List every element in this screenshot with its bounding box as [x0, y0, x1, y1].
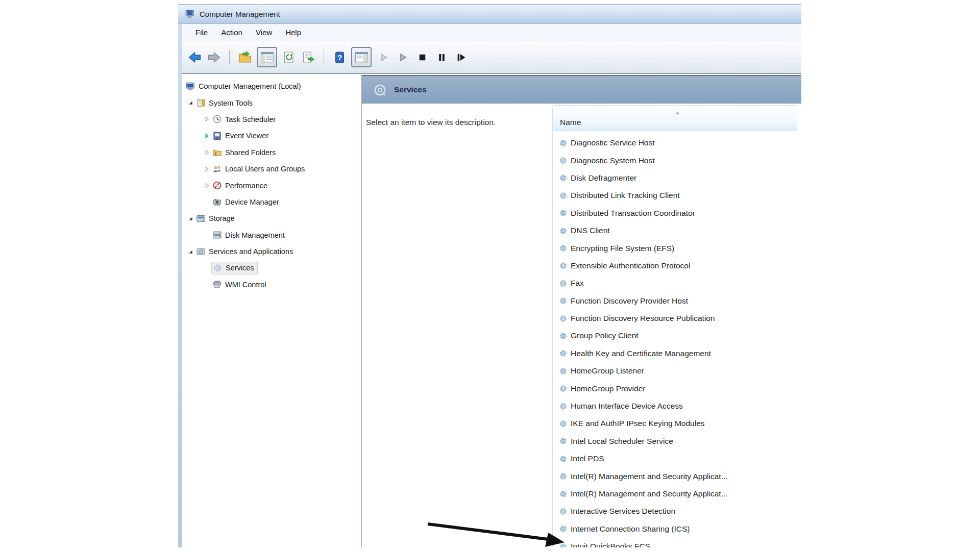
gear-icon [558, 244, 568, 253]
services-apps-icon [196, 247, 206, 257]
service-row-intel-pds[interactable]: Intel PDS [553, 450, 797, 467]
service-row-ike-and-authip-ipsec-keying-modules[interactable]: IKE and AuthIP IPsec Keying Modules [553, 415, 797, 432]
services-pane: Services Select an item to view its desc… [362, 75, 801, 547]
collapsed-arrow-icon[interactable] [202, 165, 211, 173]
service-row-human-interface-device-access[interactable]: Human Interface Device Access [553, 397, 797, 415]
stop-service-icon [417, 52, 428, 63]
tree-item-label: Services [226, 264, 254, 272]
collapsed-arrow-icon[interactable] [202, 115, 211, 123]
service-row-function-discovery-provider-host[interactable]: Function Discovery Provider Host [553, 292, 797, 310]
tree-item-body: WMI Control [211, 279, 270, 290]
restart-service-button[interactable] [453, 48, 469, 66]
service-row-intel-local-scheduler-service[interactable]: Intel Local Scheduler Service [553, 433, 797, 450]
export-button[interactable] [237, 48, 253, 66]
service-row-distributed-transaction-coordinator[interactable]: Distributed Transaction Coordinator [553, 205, 797, 222]
window-title: Computer Management [200, 10, 280, 18]
pane-splitter[interactable] [356, 75, 362, 547]
tree-item-disk-management[interactable]: Disk Management [182, 227, 356, 243]
menu-help[interactable]: Help [279, 26, 308, 39]
menu-action[interactable]: Action [214, 26, 249, 39]
tree-item-shared-folders[interactable]: Shared Folders [182, 144, 356, 161]
tree-item-performance[interactable]: Performance [182, 177, 356, 193]
expanded-arrow-icon[interactable] [186, 247, 195, 256]
menu-file[interactable]: File [189, 26, 214, 39]
service-row-health-key-and-certificate-management[interactable]: Health Key and Certificate Management [553, 345, 797, 362]
stop-service-button[interactable] [414, 48, 430, 66]
start-service-icon [378, 52, 389, 63]
tree-item-label: Services and Applications [209, 247, 293, 256]
arrow-spacer [202, 231, 211, 239]
tree-item-task-scheduler[interactable]: Task Scheduler [182, 111, 356, 128]
expanded-arrow-icon[interactable] [186, 99, 195, 107]
service-row-intuit-quickbooks-fcs[interactable]: Intuit QuickBooks FCS [553, 538, 797, 547]
tree-item-body: Disk Management [211, 229, 288, 241]
expanded-arrow-icon[interactable] [186, 214, 195, 222]
tree-item-local-users-and-groups[interactable]: Local Users and Groups [182, 161, 356, 177]
gear-icon [558, 314, 568, 323]
action-pane-button[interactable] [351, 47, 372, 67]
gear-icon [558, 366, 568, 375]
tree-item-services[interactable]: Services [182, 260, 356, 276]
export-list-button[interactable] [301, 48, 316, 66]
service-row-intel-r-management-and-security-applicat[interactable]: Intel(R) Management and Security Applica… [553, 467, 797, 485]
tree-item-event-viewer[interactable]: Event Viewer [182, 128, 356, 144]
menu-view[interactable]: View [249, 26, 279, 39]
toolbar-separator [229, 50, 230, 64]
action-pane-icon [355, 51, 369, 63]
collapsed-arrow-icon[interactable] [202, 132, 211, 140]
refresh-button[interactable] [281, 48, 297, 66]
name-column-header[interactable]: Name [553, 106, 797, 131]
tree-item-body: Performance [211, 180, 271, 191]
gear-icon [558, 507, 568, 516]
service-row-interactive-services-detection[interactable]: Interactive Services Detection [553, 503, 797, 520]
service-row-internet-connection-sharing-ics[interactable]: Internet Connection Sharing (ICS) [553, 520, 797, 538]
event-viewer-icon [212, 131, 222, 141]
service-row-extensible-authentication-protocol[interactable]: Extensible Authentication Protocol [553, 257, 797, 274]
tree-item-label: Performance [225, 182, 267, 190]
service-row-group-policy-client[interactable]: Group Policy Client [553, 327, 797, 344]
tree-item-wmi-control[interactable]: WMI Control [182, 277, 356, 293]
service-name: Intuit QuickBooks FCS [571, 542, 650, 547]
collapsed-arrow-icon[interactable] [202, 182, 211, 190]
console-tree-button[interactable] [257, 47, 277, 67]
toolbar-separator [324, 50, 324, 64]
service-row-disk-defragmenter[interactable]: Disk Defragmenter [553, 169, 797, 187]
tree-item-computer-management-local[interactable]: Computer Management (Local) [182, 78, 356, 94]
service-row-dns-client[interactable]: DNS Client [553, 222, 797, 239]
service-row-fax[interactable]: Fax [553, 274, 797, 292]
resume-service-button[interactable] [395, 48, 410, 66]
back-button[interactable] [187, 48, 202, 66]
service-name: Diagnostic Service Host [571, 138, 655, 147]
gear-icon [558, 226, 568, 235]
tree-item-body: Device Manager [211, 196, 282, 208]
service-row-diagnostic-system-host[interactable]: Diagnostic System Host [553, 152, 797, 169]
column-header-label: Name [560, 118, 581, 127]
tree-item-body: Services [211, 262, 258, 274]
wmi-control-icon [212, 280, 222, 289]
service-row-homegroup-listener[interactable]: HomeGroup Listener [553, 362, 797, 380]
service-row-intel-r-management-and-security-applicat[interactable]: Intel(R) Management and Security Applica… [553, 485, 797, 503]
service-row-function-discovery-resource-publication[interactable]: Function Discovery Resource Publication [553, 310, 797, 327]
export-list-icon [302, 51, 314, 64]
service-name: Distributed Link Tracking Client [571, 191, 680, 200]
tree-item-device-manager[interactable]: Device Manager [182, 194, 356, 210]
service-name: HomeGroup Listener [571, 366, 644, 375]
gear-icon [558, 384, 568, 393]
forward-button[interactable] [206, 48, 222, 66]
tree-item-storage[interactable]: Storage [182, 210, 356, 227]
restart-service-icon [456, 52, 467, 63]
help-button[interactable]: ? [332, 48, 347, 66]
collapsed-arrow-icon[interactable] [202, 148, 211, 157]
service-row-encrypting-file-system-efs[interactable]: Encrypting File System (EFS) [553, 239, 797, 257]
task-scheduler-icon [212, 114, 222, 124]
tree-item-system-tools[interactable]: System Tools [182, 94, 356, 111]
start-service-button[interactable] [376, 48, 391, 66]
pause-service-icon [436, 52, 447, 63]
tree-item-services-and-applications[interactable]: Services and Applications [182, 243, 356, 260]
service-row-homegroup-provider[interactable]: HomeGroup Provider [553, 380, 797, 397]
service-row-distributed-link-tracking-client[interactable]: Distributed Link Tracking Client [553, 187, 797, 204]
title-bar[interactable]: Computer Management [178, 5, 801, 24]
pause-service-button[interactable] [434, 48, 449, 66]
gear-icon [558, 349, 568, 358]
service-row-diagnostic-service-host[interactable]: Diagnostic Service Host [553, 134, 797, 152]
